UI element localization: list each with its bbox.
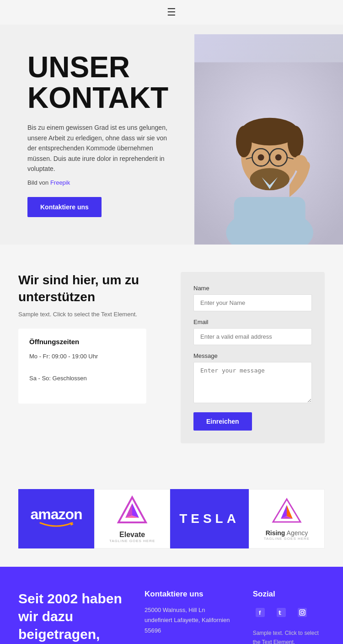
svg-rect-2 — [234, 197, 305, 245]
message-label: Message — [193, 352, 312, 359]
social-icons-row: f 𝕥 — [253, 605, 325, 620]
rising-icon — [271, 497, 303, 527]
footer-main: Seit 2002 haben wir dazu beigetragen, me… — [0, 567, 343, 644]
elevate-icon — [114, 495, 150, 527]
svg-point-6 — [236, 126, 252, 157]
elevate-tagline: TAGLINE GOES HERE — [109, 539, 155, 543]
elevate-logo: Elevate TAGLINE GOES HERE — [109, 495, 155, 543]
elevate-name: Elevate — [109, 531, 155, 539]
facebook-icon[interactable]: f — [253, 605, 268, 620]
footer-contact-title: Kontaktiere uns — [145, 590, 235, 599]
hours-weekend: Sa - So: Geschlossen — [29, 373, 135, 383]
contact-form-area: Name Email Message Einreichen — [181, 272, 325, 443]
instagram-icon[interactable] — [295, 605, 310, 620]
logos-section: amazon Elevate TAGLINE GOES HERE TESLA — [0, 471, 343, 567]
twitter-icon[interactable]: 𝕥 — [274, 605, 289, 620]
footer-right-sample: Sample text. Click to select the Text El… — [253, 629, 325, 644]
email-label: Email — [193, 319, 312, 325]
svg-text:𝕥: 𝕥 — [279, 610, 281, 616]
hero-section: UNSER KONTAKT Bis zu einem gewissen Grad… — [0, 25, 343, 245]
footer-left: Seit 2002 haben wir dazu beigetragen, me… — [18, 590, 126, 644]
contact-button[interactable]: Kontaktiere uns — [27, 197, 102, 217]
contact-subtext: Sample text. Click to select the Text El… — [18, 311, 162, 318]
svg-text:f: f — [259, 609, 261, 616]
freepik-link[interactable]: Freepik — [50, 179, 70, 186]
svg-point-15 — [275, 154, 282, 161]
tesla-text: TESLA — [179, 511, 240, 526]
hours-title: Öffnungszeiten — [29, 338, 135, 346]
rising-tagline: TAGLINE GOES HERE — [264, 537, 310, 541]
logo-amazon: amazon — [18, 489, 94, 548]
navbar: ☰ — [0, 0, 343, 25]
contact-heading: Wir sind hier, um zu unterstützen — [18, 272, 162, 305]
footer-address: 25000 Walnuss, Hill Ln undefiniert Lafay… — [145, 605, 235, 635]
svg-point-16 — [294, 155, 308, 172]
footer-tel: Tel: (111) 360 336 663 — [145, 642, 235, 644]
hero-credit: Bild von Freepik — [27, 179, 176, 186]
svg-point-34 — [304, 610, 305, 611]
hamburger-icon[interactable]: ☰ — [167, 6, 176, 18]
rising-logo: Rising Agency TAGLINE GOES HERE — [264, 497, 310, 541]
svg-rect-31 — [298, 608, 307, 617]
email-input[interactable] — [193, 328, 312, 345]
footer-social: Sozial f 𝕥 Sample text. Click to select … — [253, 590, 325, 644]
name-field-group: Name — [193, 285, 312, 311]
rising-name: Rising Agency — [264, 529, 310, 537]
amazon-logo: amazon — [30, 506, 82, 532]
name-label: Name — [193, 285, 312, 292]
hero-image — [194, 34, 343, 245]
form-card: Name Email Message Einreichen — [181, 272, 325, 443]
submit-button[interactable]: Einreichen — [193, 412, 252, 431]
message-field-group: Message — [193, 352, 312, 405]
hero-left: UNSER KONTAKT Bis zu einem gewissen Grad… — [0, 25, 194, 245]
email-field-group: Email — [193, 319, 312, 345]
message-textarea[interactable] — [193, 362, 312, 403]
contact-left: Wir sind hier, um zu unterstützen Sample… — [18, 272, 162, 404]
logo-tesla: TESLA — [170, 489, 249, 548]
footer-contact: Kontaktiere uns 25000 Walnuss, Hill Ln u… — [145, 590, 235, 644]
svg-point-7 — [288, 126, 304, 157]
svg-rect-29 — [277, 608, 286, 617]
hero-title: UNSER KONTAKT — [27, 52, 176, 113]
hours-weekday: Mo - Fr: 09:00 - 19:00 Uhr — [29, 351, 135, 362]
footer-tagline: Seit 2002 haben wir dazu beigetragen, me… — [18, 590, 126, 644]
amazon-smile — [30, 520, 82, 532]
svg-point-14 — [258, 154, 264, 161]
footer-social-title: Sozial — [253, 590, 325, 599]
hero-right — [194, 25, 343, 245]
contact-section: Wir sind hier, um zu unterstützen Sample… — [0, 245, 343, 471]
opening-hours-card: Öffnungszeiten Mo - Fr: 09:00 - 19:00 Uh… — [18, 329, 146, 404]
logo-elevate: Elevate TAGLINE GOES HERE — [94, 489, 170, 548]
logo-rising: Rising Agency TAGLINE GOES HERE — [249, 489, 325, 548]
hero-description: Bis zu einem gewissen Grad ist es uns ge… — [27, 122, 176, 174]
name-input[interactable] — [193, 294, 312, 311]
